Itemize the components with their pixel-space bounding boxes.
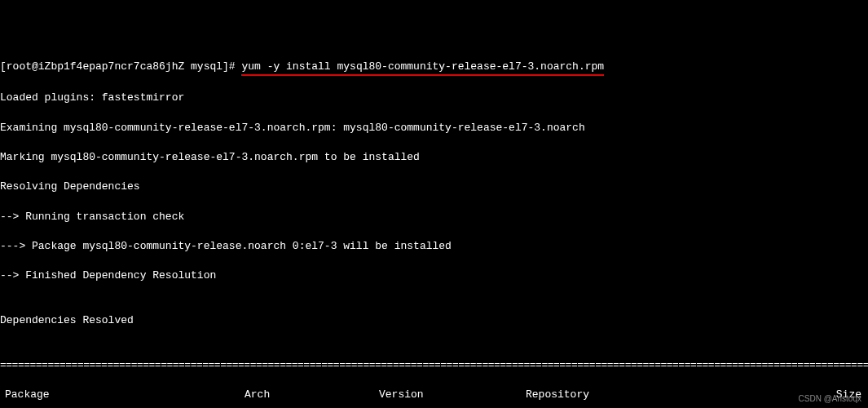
output-line: ---> Package mysql80-community-release.n… (0, 239, 868, 254)
output-line: Resolving Dependencies (0, 180, 868, 194)
output-line: --> Running transaction check (0, 210, 868, 224)
output-line: --> Finished Dependency Resolution (0, 268, 868, 283)
output-line: Dependencies Resolved (0, 313, 868, 328)
header-arch: Arch (245, 388, 379, 402)
table-header: PackageArchVersionRepositorySize (0, 388, 868, 402)
header-version: Version (379, 388, 526, 402)
shell-prompt: [root@iZbp1f4epap7ncr7ca86jhZ mysql]# (0, 60, 241, 73)
header-package: Package (0, 388, 245, 402)
output-line: Examining mysql80-community-release-el7-… (0, 121, 868, 135)
output-line: Marking mysql80-community-release-el7-3.… (0, 150, 868, 165)
header-repository: Repository (526, 388, 819, 402)
prompt-line: [root@iZbp1f4epap7ncr7ca86jhZ mysql]# yu… (0, 60, 868, 76)
command-text: yum -y install mysql80-community-release… (241, 60, 604, 76)
separator-line: ========================================… (0, 358, 868, 373)
watermark: CSDN @Aristoqx (799, 393, 861, 405)
output-line: Loaded plugins: fastestmirror (0, 91, 868, 105)
